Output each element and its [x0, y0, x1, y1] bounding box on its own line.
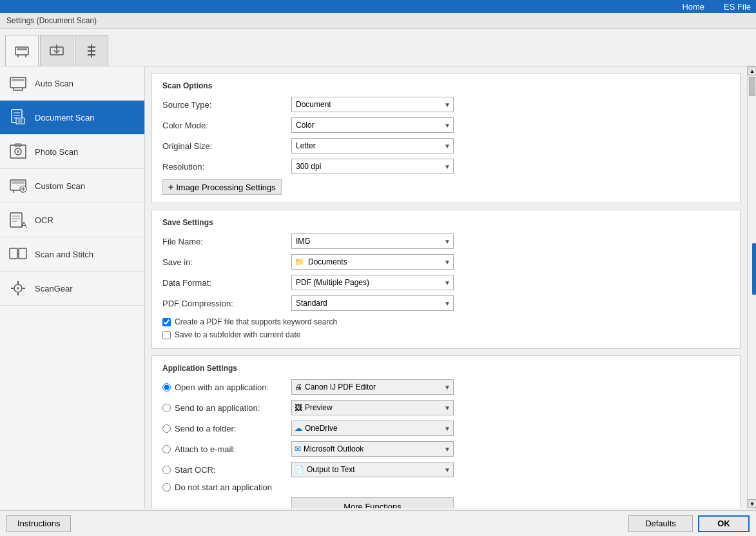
pdf-compression-label: PDF Compression:: [162, 299, 291, 308]
color-mode-select-wrapper[interactable]: Color ▼: [291, 117, 454, 133]
save-in-label: Save in:: [162, 257, 291, 267]
send-app-select[interactable]: Preview: [302, 401, 453, 415]
save-in-row: Save in: 📁 Documents ▼: [162, 254, 730, 270]
pdf-compression-select-wrapper[interactable]: Standard ▼: [291, 295, 454, 311]
custom-scan-icon: [8, 175, 28, 196]
source-type-select[interactable]: Document: [292, 97, 453, 112]
open-app-radio[interactable]: [162, 383, 171, 392]
sidebar-item-ocr[interactable]: A OCR: [0, 203, 144, 237]
source-type-row: Source Type: Document ▼: [162, 97, 730, 112]
color-mode-select[interactable]: Color: [292, 118, 453, 132]
radio4-row: Attach to e-mail: ✉ Microsoft Outlook ▼: [162, 441, 730, 457]
esfile-link[interactable]: ES File: [724, 2, 751, 12]
file-name-select[interactable]: IMG: [292, 234, 453, 248]
sidebar-item-auto-scan[interactable]: Auto Scan: [0, 66, 144, 101]
file-name-select-wrapper[interactable]: IMG ▼: [291, 233, 454, 249]
tab-download[interactable]: [40, 35, 73, 66]
data-format-select-wrapper[interactable]: PDF (Multiple Pages) ▼: [291, 275, 454, 290]
attach-email-radio[interactable]: [162, 445, 171, 453]
sidebar-item-scangear[interactable]: ScanGear: [0, 272, 144, 306]
save-settings-section: Save Settings File Name: IMG ▼ Save in: …: [151, 210, 741, 349]
attach-email-select-wrapper[interactable]: ✉ Microsoft Outlook ▼: [291, 441, 454, 457]
document-scan-label: Document Scan: [35, 113, 95, 123]
original-size-select[interactable]: Letter: [292, 139, 453, 153]
source-type-label: Source Type:: [162, 100, 291, 110]
attach-email-select[interactable]: Microsoft Outlook: [301, 442, 453, 456]
scrollbar[interactable]: ▲ ▼: [747, 66, 756, 508]
more-functions-label: More Functions: [344, 502, 402, 509]
folder-icon: 📁: [292, 257, 304, 266]
original-size-row: Original Size: Letter ▼: [162, 138, 730, 154]
more-functions-button[interactable]: More Functions: [291, 497, 454, 508]
svg-rect-38: [10, 248, 17, 259]
file-name-row: File Name: IMG ▼: [162, 233, 730, 249]
app-settings-section: Application Settings Open with an applic…: [151, 355, 741, 508]
open-app-select-wrapper[interactable]: 🖨 Canon IJ PDF Editor ▼: [291, 379, 454, 395]
data-format-select[interactable]: PDF (Multiple Pages): [292, 275, 453, 290]
pdf-compression-select[interactable]: Standard: [292, 296, 453, 310]
open-app-select[interactable]: Canon IJ PDF Editor: [302, 380, 453, 394]
defaults-button[interactable]: Defaults: [628, 515, 693, 532]
svg-rect-11: [12, 79, 24, 81]
radio5-row: Start OCR: 📄 Output to Text ▼: [162, 462, 730, 477]
svg-rect-19: [16, 118, 24, 124]
onedrive-icon: ☁: [292, 424, 302, 433]
attach-email-label: Attach to e-mail:: [175, 444, 235, 454]
save-in-select[interactable]: Documents: [304, 255, 453, 269]
scan-options-title: Scan Options: [162, 81, 730, 90]
send-app-label: Send to an application:: [175, 403, 260, 413]
instructions-button[interactable]: Instructions: [6, 515, 71, 532]
start-ocr-select-wrapper[interactable]: 📄 Output to Text ▼: [291, 462, 454, 477]
tab-tools[interactable]: [75, 35, 108, 66]
outlook-icon: ✉: [292, 444, 301, 453]
start-ocr-radio[interactable]: [162, 466, 171, 474]
file-name-label: File Name:: [162, 237, 291, 246]
sidebar-item-document-scan[interactable]: Document Scan: [0, 101, 144, 135]
tab-bar: [0, 29, 756, 66]
auto-scan-icon: [8, 73, 28, 94]
send-folder-select[interactable]: OneDrive: [302, 421, 453, 435]
app-settings-title: Application Settings: [162, 364, 730, 373]
original-size-select-wrapper[interactable]: Letter ▼: [291, 138, 454, 154]
ok-button[interactable]: OK: [698, 515, 750, 532]
scroll-up-button[interactable]: ▲: [748, 66, 756, 75]
window-title: Settings (Document Scan): [0, 13, 756, 29]
keyword-search-label: Create a PDF file that supports keyword …: [175, 317, 337, 326]
sidebar-item-scan-stitch[interactable]: Scan and Stitch: [0, 237, 144, 272]
save-settings-title: Save Settings: [162, 218, 730, 227]
subfolder-checkbox[interactable]: [162, 331, 171, 339]
save-in-select-wrapper[interactable]: 📁 Documents ▼: [291, 254, 454, 270]
sidebar: Auto Scan Document Scan: [0, 66, 145, 508]
pdf-compression-row: PDF Compression: Standard ▼: [162, 295, 730, 311]
sidebar-item-custom-scan[interactable]: Custom Scan: [0, 169, 144, 203]
source-type-select-wrapper[interactable]: Document ▼: [291, 97, 454, 112]
send-folder-select-wrapper[interactable]: ☁ OneDrive ▼: [291, 421, 454, 436]
bottom-right-buttons: Defaults OK: [628, 515, 750, 532]
start-ocr-select[interactable]: Output to Text: [304, 462, 453, 477]
checkbox2-row: Save to a subfolder with current date: [162, 330, 730, 339]
home-link[interactable]: Home: [682, 2, 704, 12]
send-folder-radio[interactable]: [162, 424, 171, 433]
content-area: Scan Options Source Type: Document ▼ Col…: [145, 66, 747, 508]
sidebar-item-photo-scan[interactable]: Photo Scan: [0, 135, 144, 169]
bottom-bar: Instructions Defaults OK: [0, 510, 756, 536]
defaults-label: Defaults: [645, 519, 676, 528]
keyword-search-checkbox[interactable]: [162, 318, 171, 326]
no-app-radio[interactable]: [162, 483, 171, 491]
instructions-label: Instructions: [17, 519, 60, 528]
send-app-select-wrapper[interactable]: 🖼 Preview ▼: [291, 400, 454, 415]
scroll-thumb[interactable]: [749, 77, 755, 96]
scroll-down-button[interactable]: ▼: [748, 499, 756, 508]
ocr-icon: A: [8, 210, 28, 230]
tab-scanner[interactable]: [5, 35, 39, 66]
blue-accent-bar: [752, 243, 756, 295]
svg-rect-33: [10, 213, 22, 227]
scanner-icon: [13, 42, 31, 60]
resolution-select[interactable]: 300 dpi: [292, 159, 453, 174]
image-processing-label: Image Processing Settings: [176, 183, 276, 192]
radio1-row: Open with an application: 🖨 Canon IJ PDF…: [162, 379, 730, 395]
send-app-radio[interactable]: [162, 404, 171, 412]
image-processing-settings-button[interactable]: + Image Processing Settings: [162, 179, 282, 195]
send-folder-label: Send to a folder:: [175, 424, 236, 433]
resolution-select-wrapper[interactable]: 300 dpi ▼: [291, 159, 454, 174]
